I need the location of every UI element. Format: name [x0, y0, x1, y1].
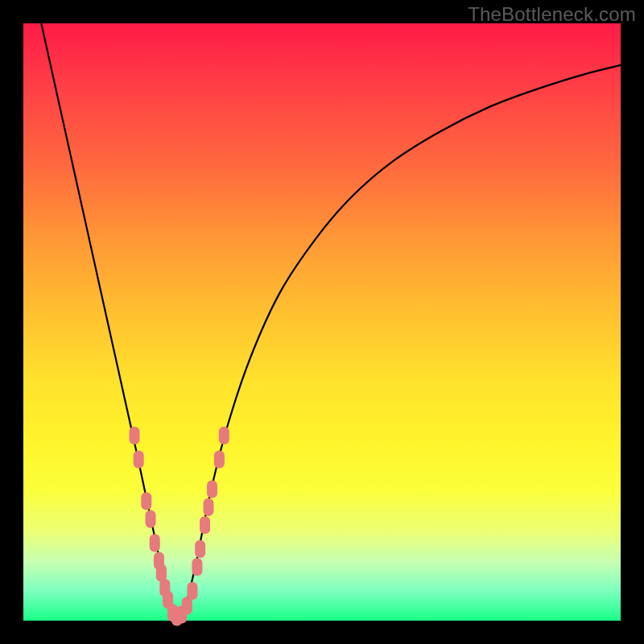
highlight-marker [141, 493, 151, 510]
bottleneck-curve [41, 23, 621, 618]
highlight-marker [146, 510, 156, 528]
outer-frame: TheBottleneck.com [0, 0, 644, 644]
highlight-marker [195, 540, 205, 558]
highlight-marker [130, 427, 140, 444]
highlight-marker [200, 516, 210, 534]
highlight-marker [187, 582, 197, 600]
highlight-marker [182, 597, 192, 614]
highlight-marker [134, 451, 144, 469]
highlight-marker [204, 498, 214, 516]
highlight-marker [207, 481, 217, 498]
highlight-marker [214, 451, 225, 469]
marker-group [130, 427, 229, 626]
highlight-marker [192, 558, 202, 576]
highlight-marker [150, 535, 160, 552]
highlight-marker [219, 427, 229, 444]
watermark-text: TheBottleneck.com [468, 3, 636, 26]
chart-svg [23, 23, 621, 621]
